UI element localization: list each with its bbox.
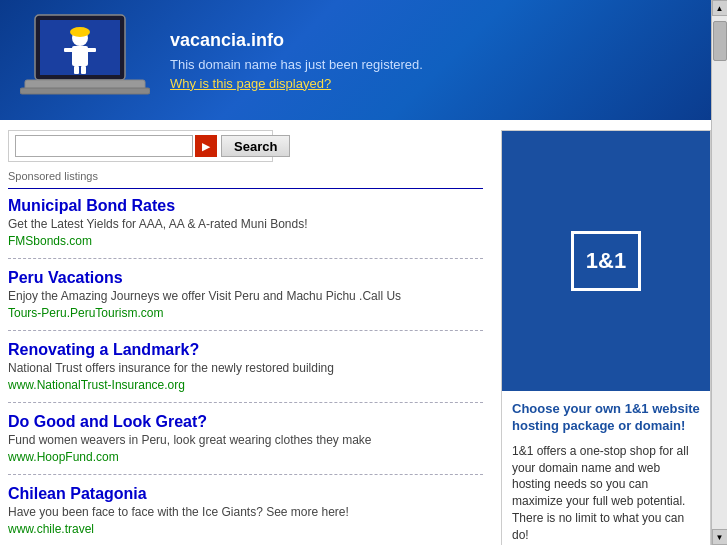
listings-container: Municipal Bond RatesGet the Latest Yield… — [8, 197, 483, 545]
listing-title[interactable]: Renovating a Landmark? — [8, 341, 199, 358]
listing-title[interactable]: Chilean Patagonia — [8, 485, 147, 502]
header-banner: vacancia.info This domain name has just … — [0, 0, 727, 120]
listing-url[interactable]: www.NationalTrust-Insurance.org — [8, 378, 185, 392]
listing-desc: Enjoy the Amazing Journeys we offer Visi… — [8, 289, 483, 303]
main-container: ▶ Search Sponsored listings Municipal Bo… — [0, 120, 711, 545]
svg-rect-4 — [64, 48, 74, 52]
ad-box: 1&1 Choose your own 1&1 website hosting … — [501, 130, 711, 545]
list-item: Municipal Bond RatesGet the Latest Yield… — [8, 197, 483, 259]
top-divider — [8, 188, 483, 189]
search-arrow-icon: ▶ — [202, 141, 210, 152]
ad-content: Choose your own 1&1 website hosting pack… — [502, 391, 710, 545]
svg-point-8 — [70, 27, 90, 37]
svg-rect-6 — [74, 66, 79, 74]
search-input[interactable] — [15, 135, 193, 157]
header-text-block: vacancia.info This domain name has just … — [170, 30, 423, 91]
scrollbar-thumb[interactable] — [713, 21, 727, 61]
ad-body: 1&1 offers a one-stop shop for all your … — [512, 443, 700, 544]
svg-rect-7 — [81, 66, 86, 74]
listing-desc: National Trust offers insurance for the … — [8, 361, 483, 375]
page-scrollbar[interactable]: ▲ ▼ — [711, 0, 727, 545]
why-page-link[interactable]: Why is this page displayed? — [170, 76, 331, 91]
header-laptop-icon — [20, 10, 150, 110]
ad-headline: Choose your own 1&1 website hosting pack… — [512, 401, 700, 435]
listing-desc: Fund women weavers in Peru, look great w… — [8, 433, 483, 447]
listing-title[interactable]: Municipal Bond Rates — [8, 197, 175, 214]
scrollbar-up-arrow[interactable]: ▲ — [712, 0, 728, 16]
right-column: 1&1 Choose your own 1&1 website hosting … — [493, 120, 711, 545]
listing-title[interactable]: Do Good and Look Great? — [8, 413, 207, 430]
list-item: Renovating a Landmark?National Trust off… — [8, 341, 483, 403]
scrollbar-track[interactable] — [713, 16, 727, 545]
header-subtitle: This domain name has just been registere… — [170, 57, 423, 72]
listing-desc: Get the Latest Yields for AAA, AA & A-ra… — [8, 217, 483, 231]
list-item: Chilean PatagoniaHave you been face to f… — [8, 485, 483, 545]
sponsored-label: Sponsored listings — [8, 170, 483, 182]
left-column: ▶ Search Sponsored listings Municipal Bo… — [0, 120, 493, 545]
listing-desc: Have you been face to face with the Ice … — [8, 505, 483, 519]
listing-title[interactable]: Peru Vacations — [8, 269, 123, 286]
listing-url[interactable]: www.chile.travel — [8, 522, 94, 536]
ad-banner-image: 1&1 — [502, 131, 710, 391]
svg-rect-10 — [20, 88, 150, 94]
listing-url[interactable]: www.HoopFund.com — [8, 450, 119, 464]
ad-logo: 1&1 — [571, 231, 641, 291]
scrollbar-down-arrow[interactable]: ▼ — [712, 529, 728, 545]
list-item: Do Good and Look Great?Fund women weaver… — [8, 413, 483, 475]
svg-rect-3 — [72, 46, 88, 66]
search-bar-container: ▶ Search — [8, 130, 273, 162]
search-icon-button[interactable]: ▶ — [195, 135, 217, 157]
header-domain: vacancia.info — [170, 30, 423, 51]
listing-url[interactable]: Tours-Peru.PeruTourism.com — [8, 306, 163, 320]
search-button[interactable]: Search — [221, 135, 290, 157]
listing-url[interactable]: FMSbonds.com — [8, 234, 92, 248]
list-item: Peru VacationsEnjoy the Amazing Journeys… — [8, 269, 483, 331]
svg-rect-5 — [86, 48, 96, 52]
